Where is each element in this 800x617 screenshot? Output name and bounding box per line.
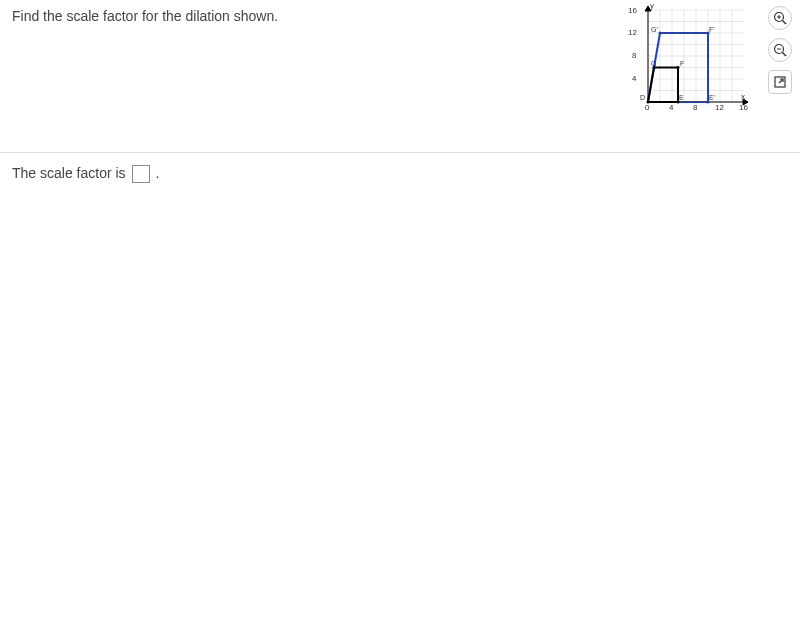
expand-button[interactable] [768,70,792,94]
x-tick-0: 0 [645,103,649,112]
x-tick-4: 4 [669,103,673,112]
point-G-prime: G' [651,26,658,33]
expand-icon [773,75,787,89]
x-tick-12: 12 [715,103,724,112]
x-axis-label: x [741,92,745,101]
answer-prefix: The scale factor is [12,165,130,181]
answer-area: The scale factor is . [0,153,800,195]
question-area: Find the scale factor for the dilation s… [0,0,800,32]
point-E-prime: E' [709,94,715,101]
svg-marker-22 [648,68,678,103]
dilation-graph: 16 12 8 4 0 4 8 12 16 y x D E F G E' F' … [630,6,750,114]
point-E: E [679,94,684,101]
point-F: F [680,60,684,67]
point-F-prime: F' [709,26,715,33]
svg-point-29 [659,32,662,35]
point-G: G [651,60,656,67]
y-axis-label: y [650,1,654,10]
zoom-out-button[interactable] [768,38,792,62]
x-tick-8: 8 [693,103,697,112]
point-D: D [640,94,645,101]
y-tick-16: 16 [628,6,637,15]
zoom-in-icon [773,11,787,25]
y-tick-4: 4 [632,74,636,83]
graph-container: 16 12 8 4 0 4 8 12 16 y x D E F G E' F' … [630,6,750,114]
zoom-in-button[interactable] [768,6,792,30]
svg-line-35 [783,53,787,57]
x-tick-16: 16 [739,103,748,112]
answer-suffix: . [155,165,159,181]
y-tick-12: 12 [628,28,637,37]
y-tick-8: 8 [632,51,636,60]
svg-line-31 [783,21,787,25]
zoom-out-icon [773,43,787,57]
graph-toolbar [768,6,792,94]
scale-factor-input[interactable] [132,165,150,183]
